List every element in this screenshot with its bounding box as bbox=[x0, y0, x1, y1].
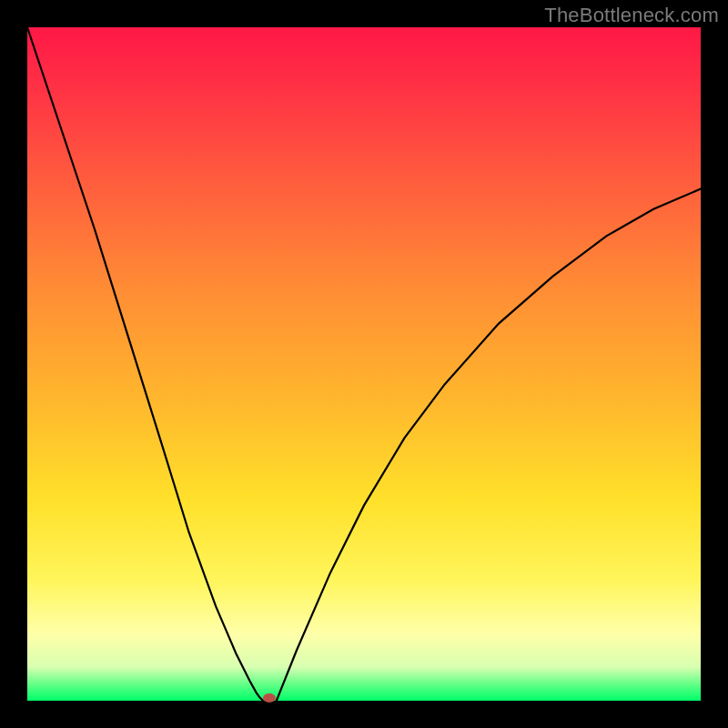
bottleneck-curve bbox=[27, 27, 701, 701]
minimum-marker bbox=[263, 693, 276, 703]
curve-right-branch bbox=[277, 189, 701, 701]
curve-left-branch bbox=[27, 27, 263, 701]
stage: TheBottleneck.com bbox=[0, 0, 728, 728]
watermark-label: TheBottleneck.com bbox=[544, 4, 719, 27]
plot-area bbox=[27, 27, 701, 701]
